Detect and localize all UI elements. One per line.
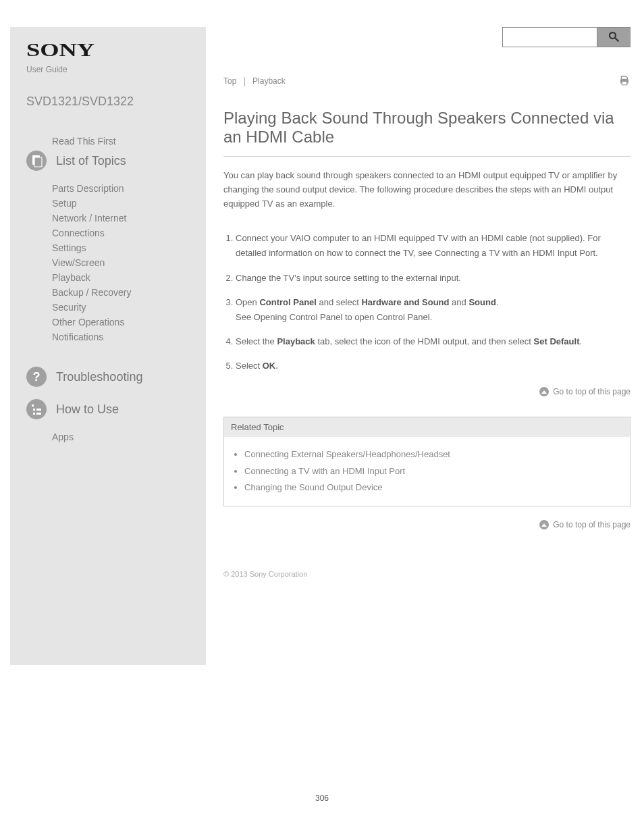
- search-input[interactable]: [502, 27, 597, 47]
- step-3: Open Control Panel and select Hardware a…: [236, 295, 630, 325]
- sidebar-item-label: List of Topics: [56, 154, 126, 168]
- sidebar-item-label: Security: [52, 302, 86, 313]
- copyright: © 2013 Sony Corporation: [223, 570, 630, 578]
- article-title: Playing Back Sound Through Speakers Conn…: [223, 109, 630, 157]
- sidebar-item-label: Backup / Recovery: [52, 287, 132, 298]
- sidebar-item-label: Setup: [52, 198, 77, 209]
- search-bar: [223, 27, 630, 47]
- model-number: SVD1321/SVD1322: [26, 95, 194, 109]
- svg-rect-3: [32, 405, 34, 407]
- step-1: Connect your VAIO computer to an HDMI eq…: [236, 231, 630, 261]
- pages-icon: [26, 151, 47, 171]
- sidebar-item-label: Other Operations: [52, 317, 124, 328]
- steps-list: Connect your VAIO computer to an HDMI eq…: [236, 231, 630, 373]
- step-text: .: [496, 297, 499, 307]
- svg-rect-11: [622, 82, 627, 85]
- sidebar-item-label: Parts Description: [52, 183, 124, 194]
- breadcrumb-playback[interactable]: Playback: [252, 76, 286, 86]
- arrow-up-icon: [539, 387, 549, 396]
- step-link[interactable]: See Opening Control Panel: [236, 312, 342, 322]
- step-text: to open Control Panel.: [342, 312, 432, 322]
- step-text: .: [275, 361, 278, 371]
- print-icon: [618, 78, 630, 88]
- step-text: tab, select the icon of the HDMI output,…: [315, 336, 534, 346]
- breadcrumb-top[interactable]: Top: [223, 76, 236, 86]
- sidebar-item-connections[interactable]: Connections: [26, 228, 194, 238]
- step-text: Select the: [236, 336, 277, 346]
- search-button[interactable]: [597, 27, 630, 47]
- breadcrumb-separator: [244, 77, 245, 86]
- step-text: .: [579, 336, 582, 346]
- step-text: Change the TV's input source setting to …: [236, 273, 461, 283]
- step-link[interactable]: Connecting a TV with an HDMI Input Port: [435, 248, 595, 258]
- sidebar-item-label: Network / Internet: [52, 213, 127, 224]
- sidebar-item-security[interactable]: Security: [26, 302, 194, 313]
- sidebar-item-label: Apps: [52, 432, 74, 442]
- svg-rect-4: [33, 409, 35, 411]
- sidebar: SONY User Guide SVD1321/SVD1322 Read Thi…: [10, 27, 206, 665]
- step-strong: Sound: [468, 297, 495, 307]
- step-text: and: [449, 297, 468, 307]
- article-intro: You can play back sound through speakers…: [223, 169, 630, 211]
- page-number: 306: [0, 793, 644, 803]
- related-link-3[interactable]: Changing the Sound Output Device: [244, 479, 623, 496]
- sidebar-item-parts[interactable]: Parts Description: [26, 183, 194, 194]
- go-to-top-label: Go to top of this page: [553, 387, 630, 396]
- svg-text:?: ?: [33, 370, 41, 384]
- sidebar-item-label: Troubleshooting: [56, 370, 142, 384]
- sidebar-item-label: View/Screen: [52, 257, 105, 268]
- sidebar-item-playback[interactable]: Playback: [26, 272, 194, 283]
- question-icon: ?: [26, 367, 47, 387]
- step-2: Change the TV's input source setting to …: [236, 271, 630, 286]
- svg-rect-1: [34, 157, 42, 167]
- svg-rect-5: [36, 409, 41, 411]
- step-text: Open: [236, 297, 259, 307]
- breadcrumb: Top Playback: [223, 76, 286, 86]
- step-strong: Control Panel: [259, 297, 317, 307]
- related-topics-box: Related Topic Connecting External Speake…: [223, 417, 630, 506]
- related-topics-title: Related Topic: [224, 417, 630, 437]
- sidebar-item-label: Connections: [52, 228, 105, 238]
- step-5: Select OK.: [236, 359, 630, 373]
- sidebar-item-label: Read This First: [52, 136, 116, 147]
- svg-line-9: [615, 38, 618, 41]
- sidebar-item-how-to-use[interactable]: How to Use: [26, 399, 194, 419]
- sidebar-item-other[interactable]: Other Operations: [26, 317, 194, 328]
- subline: User Guide: [26, 65, 194, 74]
- sidebar-item-view[interactable]: View/Screen: [26, 257, 194, 268]
- go-to-top-label: Go to top of this page: [553, 520, 630, 529]
- list-icon: [26, 399, 47, 419]
- sidebar-item-label: Settings: [52, 242, 86, 253]
- sidebar-item-troubleshooting[interactable]: ? Troubleshooting: [26, 367, 194, 387]
- print-button[interactable]: [618, 74, 630, 88]
- sidebar-item-backup[interactable]: Backup / Recovery: [26, 287, 194, 298]
- sidebar-item-network[interactable]: Network / Internet: [26, 213, 194, 224]
- sidebar-item-label: Notifications: [52, 332, 103, 342]
- step-strong: Set Default: [534, 336, 580, 346]
- sidebar-item-apps[interactable]: Apps: [26, 432, 194, 442]
- sidebar-item-settings[interactable]: Settings: [26, 242, 194, 253]
- sidebar-item-label: How to Use: [56, 402, 119, 417]
- sidebar-item-label: Playback: [52, 272, 90, 283]
- sidebar-item-list-of-topics[interactable]: List of Topics: [26, 151, 194, 171]
- step-strong: Hardware and Sound: [361, 297, 449, 307]
- main-content: Top Playback Playing Back Sound Through …: [206, 27, 630, 665]
- sidebar-item-setup[interactable]: Setup: [26, 198, 194, 209]
- step-4: Select the Playback tab, select the icon…: [236, 334, 630, 349]
- search-icon: [608, 30, 620, 45]
- go-to-top-link[interactable]: Go to top of this page: [223, 387, 630, 396]
- svg-rect-7: [36, 413, 41, 415]
- svg-rect-6: [33, 413, 35, 415]
- step-strong: OK: [263, 361, 276, 371]
- step-strong: Playback: [277, 336, 315, 346]
- step-text: Select: [236, 361, 263, 371]
- go-to-top-link[interactable]: Go to top of this page: [223, 520, 630, 529]
- sidebar-item-notifications[interactable]: Notifications: [26, 332, 194, 342]
- related-link-2[interactable]: Connecting a TV with an HDMI Input Port: [244, 463, 623, 480]
- step-text: .: [595, 248, 598, 258]
- arrow-up-icon: [539, 520, 549, 529]
- related-link-1[interactable]: Connecting External Speakers/Headphones/…: [244, 446, 623, 463]
- sidebar-item-read-first[interactable]: Read This First: [26, 136, 194, 147]
- step-text: and select: [317, 297, 362, 307]
